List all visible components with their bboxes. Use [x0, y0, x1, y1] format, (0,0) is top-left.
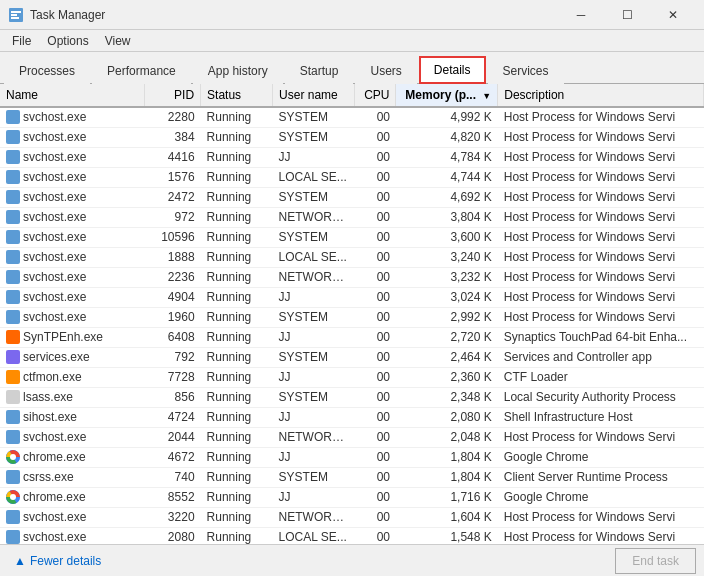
process-pid: 972: [144, 207, 201, 227]
process-status: Running: [201, 147, 273, 167]
process-icon: [6, 450, 20, 464]
tab-startup[interactable]: Startup: [285, 57, 354, 84]
table-row[interactable]: csrss.exe740RunningSYSTEM001,804 KClient…: [0, 467, 704, 487]
process-pid: 8552: [144, 487, 201, 507]
col-header-pid[interactable]: PID: [144, 84, 201, 107]
process-description: Host Process for Windows Servi: [498, 187, 704, 207]
process-table-container[interactable]: Name PID Status User name CPU Memory (p.…: [0, 84, 704, 544]
process-name-cell: svchost.exe: [0, 127, 144, 147]
table-row[interactable]: svchost.exe2472RunningSYSTEM004,692 KHos…: [0, 187, 704, 207]
process-name-cell: svchost.exe: [0, 287, 144, 307]
process-description: CTF Loader: [498, 367, 704, 387]
process-status: Running: [201, 467, 273, 487]
col-header-description[interactable]: Description: [498, 84, 704, 107]
tab-users[interactable]: Users: [355, 57, 416, 84]
bottom-bar: ▲ Fewer details End task: [0, 544, 704, 576]
process-cpu: 00: [355, 307, 396, 327]
tab-processes[interactable]: Processes: [4, 57, 90, 84]
table-row[interactable]: svchost.exe1960RunningSYSTEM002,992 KHos…: [0, 307, 704, 327]
table-row[interactable]: svchost.exe4416RunningJJ004,784 KHost Pr…: [0, 147, 704, 167]
col-header-status[interactable]: Status: [201, 84, 273, 107]
process-status: Running: [201, 247, 273, 267]
process-icon: [6, 250, 20, 264]
col-header-memory[interactable]: Memory (p... ▼: [396, 84, 498, 107]
process-cpu: 00: [355, 147, 396, 167]
process-pid: 2236: [144, 267, 201, 287]
process-status: Running: [201, 447, 273, 467]
process-name: services.exe: [23, 350, 90, 364]
table-row[interactable]: svchost.exe2280RunningSYSTEM004,992 KHos…: [0, 107, 704, 127]
menu-item-options[interactable]: Options: [39, 32, 96, 50]
process-status: Running: [201, 107, 273, 127]
process-description: Host Process for Windows Servi: [498, 247, 704, 267]
process-name: svchost.exe: [23, 290, 86, 304]
process-cpu: 00: [355, 447, 396, 467]
process-icon: [6, 490, 20, 504]
end-task-button[interactable]: End task: [615, 548, 696, 574]
process-pid: 856: [144, 387, 201, 407]
col-header-cpu[interactable]: CPU: [355, 84, 396, 107]
table-row[interactable]: svchost.exe2044RunningNETWORK...002,048 …: [0, 427, 704, 447]
tab-performance[interactable]: Performance: [92, 57, 191, 84]
maximize-button[interactable]: ☐: [604, 0, 650, 30]
table-row[interactable]: svchost.exe4904RunningJJ003,024 KHost Pr…: [0, 287, 704, 307]
process-status: Running: [201, 387, 273, 407]
close-button[interactable]: ✕: [650, 0, 696, 30]
process-name-cell: lsass.exe: [0, 387, 144, 407]
table-row[interactable]: svchost.exe2236RunningNETWORK...003,232 …: [0, 267, 704, 287]
svg-point-7: [10, 494, 16, 500]
process-name: svchost.exe: [23, 510, 86, 524]
process-name: svchost.exe: [23, 230, 86, 244]
menu-item-file[interactable]: File: [4, 32, 39, 50]
process-memory: 4,820 K: [396, 127, 498, 147]
table-row[interactable]: chrome.exe8552RunningJJ001,716 KGoogle C…: [0, 487, 704, 507]
table-row[interactable]: svchost.exe972RunningNETWORK...003,804 K…: [0, 207, 704, 227]
process-description: Host Process for Windows Servi: [498, 307, 704, 327]
process-cpu: 00: [355, 527, 396, 544]
process-icon: [6, 350, 20, 364]
col-header-username[interactable]: User name: [273, 84, 355, 107]
table-row[interactable]: lsass.exe856RunningSYSTEM002,348 KLocal …: [0, 387, 704, 407]
process-name: csrss.exe: [23, 470, 74, 484]
process-name: svchost.exe: [23, 110, 86, 124]
process-username: NETWORK...: [273, 427, 355, 447]
table-row[interactable]: svchost.exe384RunningSYSTEM004,820 KHost…: [0, 127, 704, 147]
process-memory: 4,784 K: [396, 147, 498, 167]
table-row[interactable]: ctfmon.exe7728RunningJJ002,360 KCTF Load…: [0, 367, 704, 387]
table-row[interactable]: sihost.exe4724RunningJJ002,080 KShell In…: [0, 407, 704, 427]
table-row[interactable]: chrome.exe4672RunningJJ001,804 KGoogle C…: [0, 447, 704, 467]
process-name-cell: csrss.exe: [0, 467, 144, 487]
app-icon: [8, 7, 24, 23]
process-cpu: 00: [355, 227, 396, 247]
fewer-details-button[interactable]: ▲ Fewer details: [8, 550, 107, 572]
tab-app-history[interactable]: App history: [193, 57, 283, 84]
process-description: Host Process for Windows Servi: [498, 207, 704, 227]
table-row[interactable]: svchost.exe3220RunningNETWORK...001,604 …: [0, 507, 704, 527]
process-pid: 4904: [144, 287, 201, 307]
process-cpu: 00: [355, 367, 396, 387]
process-description: Local Security Authority Process: [498, 387, 704, 407]
process-name-cell: SynTPEnh.exe: [0, 327, 144, 347]
minimize-button[interactable]: ─: [558, 0, 604, 30]
process-memory: 2,464 K: [396, 347, 498, 367]
table-row[interactable]: svchost.exe2080RunningLOCAL SE...001,548…: [0, 527, 704, 544]
table-row[interactable]: svchost.exe1576RunningLOCAL SE...004,744…: [0, 167, 704, 187]
process-memory: 3,240 K: [396, 247, 498, 267]
process-name: svchost.exe: [23, 210, 86, 224]
tab-details[interactable]: Details: [419, 56, 486, 84]
process-status: Running: [201, 307, 273, 327]
menu-item-view[interactable]: View: [97, 32, 139, 50]
table-row[interactable]: svchost.exe1888RunningLOCAL SE...003,240…: [0, 247, 704, 267]
process-status: Running: [201, 347, 273, 367]
process-name: chrome.exe: [23, 490, 86, 504]
process-name-cell: sihost.exe: [0, 407, 144, 427]
table-row[interactable]: SynTPEnh.exe6408RunningJJ002,720 KSynapt…: [0, 327, 704, 347]
process-pid: 4724: [144, 407, 201, 427]
process-name-cell: services.exe: [0, 347, 144, 367]
tab-services[interactable]: Services: [488, 57, 564, 84]
process-pid: 1888: [144, 247, 201, 267]
table-row[interactable]: svchost.exe10596RunningSYSTEM003,600 KHo…: [0, 227, 704, 247]
col-header-name[interactable]: Name: [0, 84, 144, 107]
table-row[interactable]: services.exe792RunningSYSTEM002,464 KSer…: [0, 347, 704, 367]
process-pid: 384: [144, 127, 201, 147]
